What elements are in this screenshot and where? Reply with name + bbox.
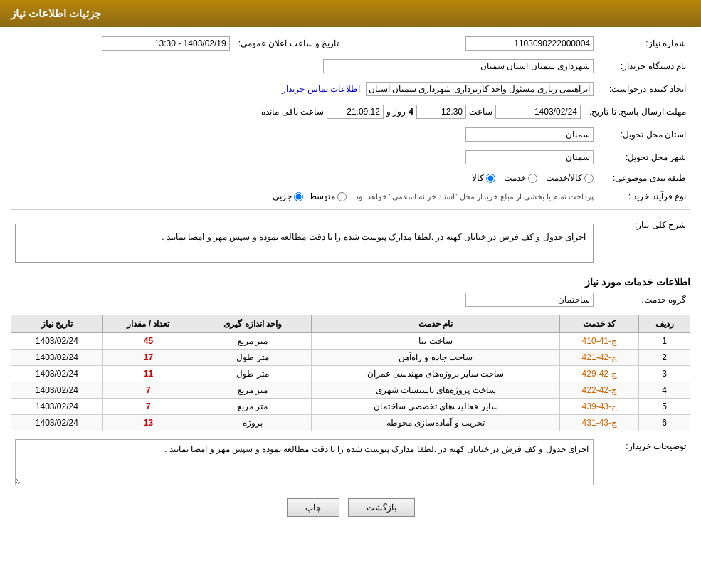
table-row: 2 ج-42-421 ساخت جاده و راه‌آهن متر طول 1… [11,350,690,366]
cell-quantity: 11 [102,366,194,382]
cell-name: ساخت پروژه‌های تاسیسات شهری [311,382,559,399]
remaining-time-input [327,105,384,119]
days-value: 4 [409,107,413,117]
cell-date: 1403/02/24 [11,366,103,382]
table-row: 3 ج-42-429 ساخت سایر پروژه‌های مهندسی عم… [11,366,690,382]
cell-code: ج-43-439 [560,399,639,415]
buyer-org-label: نام دستگاه خریدار: [598,57,690,75]
page-title: جزئیات اطلاعات نیاز [11,7,101,19]
service-group-input [465,293,594,307]
cell-quantity: 13 [102,415,194,431]
cell-unit: متر مربع [194,333,312,350]
need-number-input[interactable] [465,36,594,51]
print-button[interactable]: چاپ [287,498,339,517]
category-label: طبقه بندی موضوعی: [598,171,690,185]
cell-code: ج-42-429 [560,366,639,382]
deadline-date-input[interactable] [495,105,581,119]
remaining-label: ساعت باقی مانده [261,107,324,117]
col-code: کد خدمت [560,315,639,333]
table-row: 5 ج-43-439 سایر فعالیت‌های تخصصی ساختمان… [11,399,690,415]
cell-index: 2 [639,350,690,366]
contact-link[interactable]: اطلاعات تماس خریدار [282,84,360,94]
cell-name: سایر فعالیت‌های تخصصی ساختمان [311,399,559,415]
col-quantity: تعداد / مقدار [102,315,194,333]
cell-code: ج-41-410 [560,333,639,350]
page-header: جزئیات اطلاعات نیاز [0,0,701,27]
cell-unit: متر طول [194,366,312,382]
description-text: اجرای جدول و کف فرش در خیابان کهنه دز .ل… [162,232,586,242]
cell-date: 1403/02/24 [11,382,103,399]
process-note: پرداخت تمام یا بخشی از مبلغ خریداز محل "… [352,192,594,201]
cell-name: ساخت سایر پروژه‌های مهندسی عمران [311,366,559,382]
col-date: تاریخ نیاز [11,315,103,333]
cell-quantity: 7 [102,399,194,415]
cell-code: ج-42-421 [560,350,639,366]
cell-index: 3 [639,366,690,382]
cell-unit: متر مربع [194,399,312,415]
city-label: شهر محل تحویل: [598,148,690,167]
cell-index: 4 [639,382,690,399]
need-number-label: شماره نیاز: [598,34,690,53]
province-input [465,127,594,142]
services-table: ردیف کد خدمت نام خدمت واحد اندازه گیری ت… [11,315,690,431]
description-box: اجرای جدول و کف فرش در خیابان کهنه دز .ل… [15,224,594,263]
col-name: نام خدمت [311,315,559,333]
services-section-title: اطلاعات خدمات مورد نیاز [11,276,690,288]
cell-quantity: 17 [102,350,194,366]
table-row: 4 ج-42-422 ساخت پروژه‌های تاسیسات شهری م… [11,382,690,399]
radio-kala-khedmat[interactable]: کالا/خدمت [546,173,594,183]
radio-jezyi[interactable]: جزیی [273,191,303,201]
description-label: شرح کلی نیاز: [598,216,690,271]
cell-unit: متر مربع [194,382,312,399]
cell-name: ساخت بنا [311,333,559,350]
buyer-org-input[interactable] [323,59,594,73]
cell-name: تخریب و آماده‌سازی محوطه [311,415,559,431]
creator-label: ایجاد کننده درخواست: [598,80,690,98]
cell-name: ساخت جاده و راه‌آهن [311,350,559,366]
days-label: روز و [386,107,406,117]
cell-quantity: 7 [102,382,194,399]
radio-kala[interactable]: کالا [472,173,495,183]
cell-index: 1 [639,333,690,350]
cell-date: 1403/02/24 [11,415,103,431]
time-label: ساعت [469,107,492,117]
table-row: 6 ج-43-431 تخریب و آماده‌سازی محوطه پروژ… [11,415,690,431]
back-button[interactable]: بازگشت [348,498,415,517]
cell-unit: پروژه [194,415,312,431]
cell-quantity: 45 [102,333,194,350]
creator-input [366,82,594,96]
service-group-label: گروه خدمت: [598,290,690,309]
city-input [465,150,594,164]
table-row: 1 ج-41-410 ساخت بنا متر مربع 45 1403/02/… [11,333,690,350]
public-announce-label: تاریخ و ساعت اعلان عمومی: [234,34,347,53]
process-type-label: نوع فرآیند خرید : [598,189,690,204]
buyer-notes-label: توضیحات خریدار: [598,437,690,490]
cell-index: 6 [639,415,690,431]
cell-unit: متر طول [194,350,312,366]
cell-code: ج-43-431 [560,415,639,431]
radio-motavasset[interactable]: متوسط [309,191,347,201]
cell-index: 5 [639,399,690,415]
radio-khedmat[interactable]: خدمت [504,173,537,183]
cell-date: 1403/02/24 [11,333,103,350]
province-label: استان محل تحویل: [598,125,690,144]
cell-date: 1403/02/24 [11,350,103,366]
cell-code: ج-42-422 [560,382,639,399]
action-buttons: بازگشت چاپ [11,498,690,517]
col-unit: واحد اندازه گیری [194,315,312,333]
deadline-time-input[interactable] [416,105,466,119]
buyer-notes-textarea[interactable] [15,439,594,485]
cell-date: 1403/02/24 [11,399,103,415]
col-index: ردیف [639,315,690,333]
deadline-label: مهلت ارسال پاسخ: تا تاریخ: [585,103,690,121]
public-announce-input[interactable] [102,36,230,51]
